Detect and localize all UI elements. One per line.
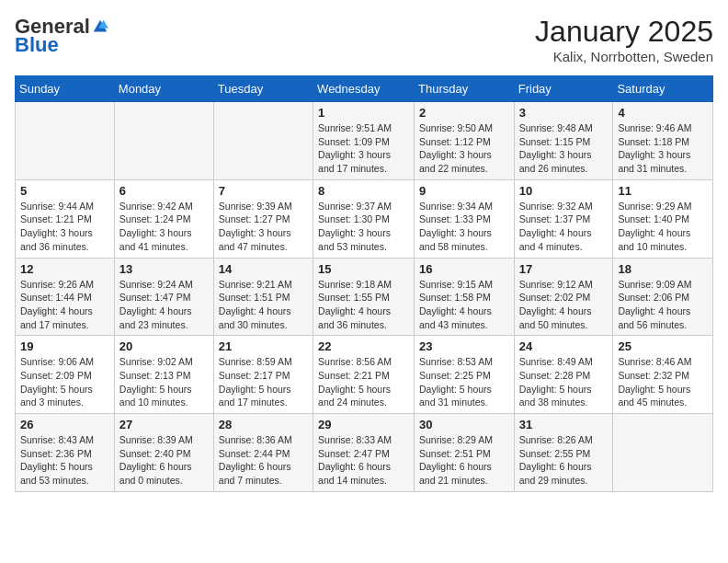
calendar-cell: 30Sunrise: 8:29 AM Sunset: 2:51 PM Dayli… (415, 414, 515, 492)
weekday-header-sunday: Sunday (16, 76, 115, 102)
page-header: General Blue January 2025 Kalix, Norrbot… (15, 15, 713, 64)
day-number: 23 (419, 339, 509, 353)
weekday-header-wednesday: Wednesday (313, 76, 415, 102)
day-number: 20 (119, 339, 209, 353)
weekday-header-thursday: Thursday (415, 76, 515, 102)
calendar-cell: 24Sunrise: 8:49 AM Sunset: 2:28 PM Dayli… (514, 336, 613, 414)
day-number: 18 (618, 262, 708, 276)
calendar-cell: 21Sunrise: 8:59 AM Sunset: 2:17 PM Dayli… (213, 336, 313, 414)
day-info: Sunrise: 9:42 AM Sunset: 1:24 PM Dayligh… (119, 200, 209, 254)
day-number: 22 (318, 339, 409, 353)
day-number: 25 (618, 339, 708, 353)
day-number: 28 (219, 418, 308, 431)
calendar-cell: 16Sunrise: 9:15 AM Sunset: 1:58 PM Dayli… (415, 258, 515, 336)
day-number: 24 (519, 339, 609, 353)
title-block: January 2025 Kalix, Norrbotten, Sweden (535, 15, 713, 64)
day-number: 10 (519, 184, 609, 198)
calendar-cell: 14Sunrise: 9:21 AM Sunset: 1:51 PM Dayli… (213, 258, 313, 336)
day-info: Sunrise: 8:59 AM Sunset: 2:17 PM Dayligh… (219, 355, 308, 409)
day-info: Sunrise: 9:15 AM Sunset: 1:58 PM Dayligh… (419, 278, 509, 332)
day-info: Sunrise: 9:46 AM Sunset: 1:18 PM Dayligh… (618, 121, 708, 176)
calendar-cell: 4Sunrise: 9:46 AM Sunset: 1:18 PM Daylig… (613, 102, 713, 180)
calendar-cell: 9Sunrise: 9:34 AM Sunset: 1:33 PM Daylig… (415, 179, 515, 258)
logo-icon (92, 18, 108, 35)
weekday-header-row: SundayMondayTuesdayWednesdayThursdayFrid… (16, 76, 713, 102)
day-info: Sunrise: 9:02 AM Sunset: 2:13 PM Dayligh… (119, 355, 209, 409)
day-info: Sunrise: 9:24 AM Sunset: 1:47 PM Dayligh… (119, 278, 209, 332)
day-info: Sunrise: 9:21 AM Sunset: 1:51 PM Dayligh… (219, 278, 308, 332)
day-info: Sunrise: 9:44 AM Sunset: 1:21 PM Dayligh… (20, 200, 109, 254)
day-info: Sunrise: 8:56 AM Sunset: 2:21 PM Dayligh… (318, 355, 409, 409)
day-number: 5 (20, 184, 109, 198)
logo: General Blue (15, 15, 108, 57)
calendar-cell: 10Sunrise: 9:32 AM Sunset: 1:37 PM Dayli… (514, 179, 613, 258)
day-info: Sunrise: 9:39 AM Sunset: 1:27 PM Dayligh… (219, 200, 308, 254)
calendar-cell: 5Sunrise: 9:44 AM Sunset: 1:21 PM Daylig… (16, 179, 115, 258)
day-info: Sunrise: 8:43 AM Sunset: 2:36 PM Dayligh… (20, 433, 109, 488)
day-number: 15 (318, 262, 409, 276)
day-info: Sunrise: 9:12 AM Sunset: 2:02 PM Dayligh… (519, 278, 609, 332)
calendar-cell: 11Sunrise: 9:29 AM Sunset: 1:40 PM Dayli… (613, 179, 713, 258)
day-number: 7 (219, 184, 308, 198)
calendar-cell: 3Sunrise: 9:48 AM Sunset: 1:15 PM Daylig… (514, 102, 613, 180)
day-number: 3 (519, 106, 609, 120)
day-number: 19 (20, 339, 109, 353)
day-info: Sunrise: 9:48 AM Sunset: 1:15 PM Dayligh… (519, 121, 609, 176)
day-number: 21 (219, 339, 308, 353)
day-number: 16 (419, 262, 509, 276)
day-number: 6 (119, 184, 209, 198)
day-info: Sunrise: 8:39 AM Sunset: 2:40 PM Dayligh… (119, 433, 209, 488)
calendar-cell: 18Sunrise: 9:09 AM Sunset: 2:06 PM Dayli… (613, 258, 713, 336)
day-number: 26 (20, 418, 109, 431)
day-info: Sunrise: 9:18 AM Sunset: 1:55 PM Dayligh… (318, 278, 409, 332)
day-number: 30 (419, 418, 509, 431)
day-number: 13 (119, 262, 209, 276)
calendar-cell: 27Sunrise: 8:39 AM Sunset: 2:40 PM Dayli… (114, 414, 213, 492)
day-number: 8 (318, 184, 409, 198)
calendar-cell: 12Sunrise: 9:26 AM Sunset: 1:44 PM Dayli… (16, 258, 115, 336)
calendar-cell: 17Sunrise: 9:12 AM Sunset: 2:02 PM Dayli… (514, 258, 613, 336)
day-info: Sunrise: 8:29 AM Sunset: 2:51 PM Dayligh… (419, 433, 509, 488)
day-info: Sunrise: 9:09 AM Sunset: 2:06 PM Dayligh… (618, 278, 708, 332)
calendar-cell: 19Sunrise: 9:06 AM Sunset: 2:09 PM Dayli… (16, 336, 115, 414)
calendar-cell (213, 102, 313, 180)
day-number: 1 (318, 106, 409, 120)
day-info: Sunrise: 9:06 AM Sunset: 2:09 PM Dayligh… (20, 355, 109, 409)
day-number: 27 (119, 418, 209, 431)
weekday-header-friday: Friday (514, 76, 613, 102)
day-info: Sunrise: 8:53 AM Sunset: 2:25 PM Dayligh… (419, 355, 509, 409)
calendar-cell: 13Sunrise: 9:24 AM Sunset: 1:47 PM Dayli… (114, 258, 213, 336)
day-number: 2 (419, 106, 509, 120)
day-info: Sunrise: 9:51 AM Sunset: 1:09 PM Dayligh… (318, 121, 409, 176)
location: Kalix, Norrbotten, Sweden (535, 49, 713, 64)
calendar-cell (613, 414, 713, 492)
weekday-header-saturday: Saturday (613, 76, 713, 102)
calendar-cell: 20Sunrise: 9:02 AM Sunset: 2:13 PM Dayli… (114, 336, 213, 414)
day-info: Sunrise: 9:29 AM Sunset: 1:40 PM Dayligh… (618, 200, 708, 254)
day-number: 14 (219, 262, 308, 276)
month-title: January 2025 (535, 15, 713, 49)
day-info: Sunrise: 8:36 AM Sunset: 2:44 PM Dayligh… (219, 433, 308, 488)
weekday-header-tuesday: Tuesday (213, 76, 313, 102)
day-number: 11 (618, 184, 708, 198)
calendar-cell: 25Sunrise: 8:46 AM Sunset: 2:32 PM Dayli… (613, 336, 713, 414)
day-number: 17 (519, 262, 609, 276)
day-info: Sunrise: 9:34 AM Sunset: 1:33 PM Dayligh… (419, 200, 509, 254)
day-info: Sunrise: 8:33 AM Sunset: 2:47 PM Dayligh… (318, 433, 409, 488)
calendar-week-5: 26Sunrise: 8:43 AM Sunset: 2:36 PM Dayli… (16, 414, 713, 492)
calendar-week-4: 19Sunrise: 9:06 AM Sunset: 2:09 PM Dayli… (16, 336, 713, 414)
day-info: Sunrise: 9:37 AM Sunset: 1:30 PM Dayligh… (318, 200, 409, 254)
calendar-cell: 23Sunrise: 8:53 AM Sunset: 2:25 PM Dayli… (415, 336, 515, 414)
day-info: Sunrise: 8:46 AM Sunset: 2:32 PM Dayligh… (618, 355, 708, 409)
calendar-week-3: 12Sunrise: 9:26 AM Sunset: 1:44 PM Dayli… (16, 258, 713, 336)
day-number: 12 (20, 262, 109, 276)
calendar-cell (114, 102, 213, 180)
calendar-cell: 1Sunrise: 9:51 AM Sunset: 1:09 PM Daylig… (313, 102, 415, 180)
day-info: Sunrise: 9:50 AM Sunset: 1:12 PM Dayligh… (419, 121, 509, 176)
calendar-table: SundayMondayTuesdayWednesdayThursdayFrid… (15, 75, 713, 492)
day-number: 29 (318, 418, 409, 431)
calendar-cell: 6Sunrise: 9:42 AM Sunset: 1:24 PM Daylig… (114, 179, 213, 258)
calendar-cell: 7Sunrise: 9:39 AM Sunset: 1:27 PM Daylig… (213, 179, 313, 258)
day-number: 9 (419, 184, 509, 198)
day-info: Sunrise: 9:26 AM Sunset: 1:44 PM Dayligh… (20, 278, 109, 332)
